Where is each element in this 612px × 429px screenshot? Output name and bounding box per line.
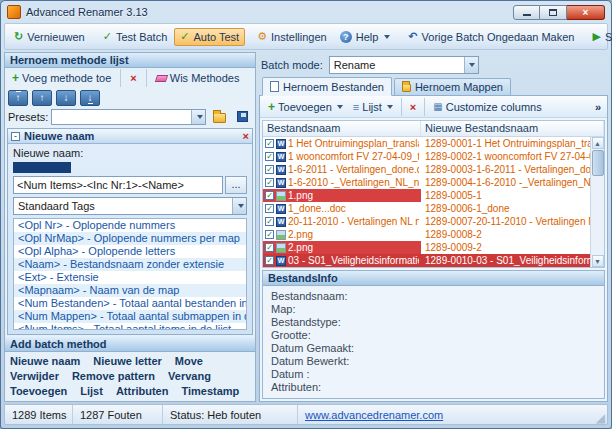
row-checkbox[interactable] <box>265 230 274 239</box>
maximize-button[interactable] <box>540 5 567 20</box>
add-batch-method-link[interactable]: Vervang <box>168 370 211 382</box>
tag-list-item[interactable]: <Naam> - Bestandsnaam zonder extensie <box>14 258 246 271</box>
minimize-button[interactable] <box>513 5 540 20</box>
add-batch-method-link[interactable]: Nieuwe letter <box>93 355 161 367</box>
row-checkbox[interactable] <box>265 204 274 213</box>
move-method-bottom-button[interactable]: ↓ <box>80 90 100 106</box>
refresh-button[interactable]: ↻ Vernieuwen <box>8 28 91 46</box>
table-row[interactable]: 1-6-2010 -_Vertalingen_NL_naar... 1289-0… <box>263 176 604 189</box>
table-row[interactable]: 1-6-2011 - Vertalingen_done.doc 1289-000… <box>263 163 604 176</box>
tab[interactable]: Hernoem Mappen <box>394 78 511 95</box>
add-batch-method-link[interactable]: Move <box>175 355 203 367</box>
add-batch-method-link[interactable]: Lijst <box>80 385 103 397</box>
add-batch-method-link[interactable]: Toevoegen <box>10 385 67 397</box>
clear-methods-button[interactable]: Wis Methodes <box>152 71 244 85</box>
customize-columns-button[interactable]: ▦ Customize columns <box>429 99 545 115</box>
batch-mode-dropdown-button[interactable] <box>464 57 478 73</box>
website-link[interactable]: www.advancedrenamer.com <box>298 405 450 424</box>
row-checkbox[interactable] <box>265 165 274 174</box>
tag-list-item[interactable]: <Opl Nr> - Oplopende nummers <box>14 219 246 232</box>
resize-grip[interactable]: ◢ <box>596 412 607 424</box>
row-checkbox[interactable] <box>265 217 274 226</box>
add-files-button[interactable]: + Toevoegen <box>264 99 347 115</box>
table-row[interactable]: 03 - S01_Veiligheidsinformatieblad... 12… <box>263 254 604 267</box>
start-batch-button[interactable]: ▶ Start Batch <box>586 28 612 46</box>
add-batch-method-link[interactable]: Nieuwe naam <box>10 355 80 367</box>
add-method-button[interactable]: + Voeg methode toe <box>8 71 115 85</box>
file-name-cell: 2.png <box>263 228 421 241</box>
file-type-icon <box>276 230 286 240</box>
tag-category-dropdown[interactable]: Standaard Tags <box>13 197 247 215</box>
row-checkbox[interactable] <box>265 178 274 187</box>
title-bar[interactable]: Advanced Renamer 3.13 × <box>4 1 608 23</box>
file-type-icon <box>276 217 286 227</box>
column-header-nieuwe-bestandsnaam[interactable]: Nieuwe Bestandsnaam <box>421 121 604 136</box>
table-row[interactable]: 1_done...doc 1289-0006-1_done <box>263 202 604 215</box>
remove-files-button[interactable]: × <box>406 99 420 115</box>
presets-dropdown-button[interactable] <box>191 110 205 124</box>
tag-list-item[interactable]: <Num Bestanden> - Totaal aantal bestande… <box>14 297 246 310</box>
toolbar-overflow-button[interactable]: » <box>595 101 603 113</box>
move-method-top-button[interactable]: ↑ <box>8 90 28 106</box>
table-row[interactable]: 1.png 1289-0005-1 <box>263 189 604 202</box>
presets-dropdown[interactable] <box>51 109 206 125</box>
row-checkbox[interactable] <box>265 243 274 252</box>
file-name: 1_done...doc <box>288 202 419 215</box>
method-close-icon[interactable]: × <box>243 130 249 142</box>
add-batch-method-link[interactable]: Timestamp <box>181 385 239 397</box>
tag-list-item[interactable]: <Opl Alpha> - Oplopende letters <box>14 245 246 258</box>
new-file-name: 1289-0010-03 - S01_Veiligheidsinformatie… <box>421 254 604 267</box>
list-icon: ≡ <box>353 101 359 113</box>
collapse-icon[interactable]: - <box>11 132 20 141</box>
tag-list: <Opl Nr> - Oplopende nummers <Opl NrMap>… <box>13 218 247 330</box>
row-checkbox[interactable] <box>265 191 274 200</box>
browse-tags-button[interactable]: ... <box>225 176 247 194</box>
tag-list-item[interactable]: <Ext> - Extensie <box>14 271 246 284</box>
row-checkbox[interactable] <box>265 152 274 161</box>
add-batch-method-link[interactable]: Remove pattern <box>72 370 155 382</box>
undo-batch-button[interactable]: ↶ Vorige Batch Ongedaan Maken <box>402 28 580 46</box>
settings-button[interactable]: ⚙ Instellingen <box>251 28 333 46</box>
file-name: 20-11-2010 - Vertalingen NL naar... <box>288 215 419 228</box>
add-batch-method-link[interactable]: Attributen <box>116 385 169 397</box>
remove-method-button[interactable]: × <box>126 71 140 85</box>
tag-category-dropdown-button[interactable] <box>232 198 246 214</box>
table-row[interactable]: 20-11-2010 - Vertalingen NL naar... 1289… <box>263 215 604 228</box>
scrollbar-thumb[interactable] <box>592 150 604 176</box>
add-batch-method-link[interactable]: Verwijder <box>10 370 59 382</box>
move-up-icon: ↑ <box>40 92 45 103</box>
row-checkbox[interactable] <box>265 139 274 148</box>
auto-test-button[interactable]: ✓ Auto Test <box>174 28 245 46</box>
batch-mode-row: Batch mode: Rename <box>259 52 608 76</box>
table-row[interactable]: 2.png 1289-0009-2 <box>263 241 604 254</box>
move-method-down-button[interactable]: ↓ <box>56 90 76 106</box>
row-checkbox[interactable] <box>265 256 274 265</box>
scroll-up-icon[interactable]: ▲ <box>592 137 604 149</box>
file-name-cell: 20-11-2010 - Vertalingen NL naar... <box>263 215 421 228</box>
new-name-input[interactable] <box>13 176 223 194</box>
table-row[interactable]: 1 wooncomfort FV 27-04-09_tra... 1289-00… <box>263 150 604 163</box>
new-file-name: 1289-0004-1-6-2010 -_Vertalingen_NL_naar… <box>421 176 604 189</box>
open-preset-button[interactable] <box>209 110 230 124</box>
help-button[interactable]: ? Help <box>334 28 397 46</box>
file-type-icon <box>276 243 286 253</box>
tag-list-item[interactable]: <Mapnaam> - Naam van de map <box>14 284 246 297</box>
move-method-up-button[interactable]: ↑ <box>32 90 52 106</box>
scroll-down-icon[interactable]: ▼ <box>592 255 604 267</box>
file-name: 1 Het Ontruimingsplan_translate... <box>288 137 419 150</box>
tag-list-item[interactable]: <Num Mappen> - Totaal aantal submappen i… <box>14 310 246 323</box>
close-button[interactable]: × <box>567 5 605 20</box>
test-batch-button[interactable]: ✓ Test Batch <box>97 28 174 46</box>
table-row[interactable]: 2.png 1289-0008-2 <box>263 228 604 241</box>
tag-list-item[interactable]: <Num Items> - Totaal aantal items in de … <box>14 323 246 330</box>
table-row[interactable]: 1 Het Ontruimingsplan_translate... 1289-… <box>263 137 604 150</box>
new-name-method-panel: - Nieuwe naam × Nieuwe naam: ... Standaa… <box>7 128 253 335</box>
save-preset-button[interactable] <box>233 110 252 123</box>
column-header-bestandsnaam[interactable]: Bestandsnaam <box>263 121 421 136</box>
method-panel-header[interactable]: - Nieuwe naam × <box>8 129 252 144</box>
tag-list-item[interactable]: <Opl NrMap> - Oplopende nummers per map <box>14 232 246 245</box>
batch-mode-dropdown[interactable]: Rename <box>329 56 479 74</box>
list-menu-button[interactable]: ≡ Lijst <box>349 99 397 115</box>
table-scrollbar[interactable]: ▲ ▼ <box>590 137 604 267</box>
tab[interactable]: Hernoem Bestanden <box>262 77 392 96</box>
